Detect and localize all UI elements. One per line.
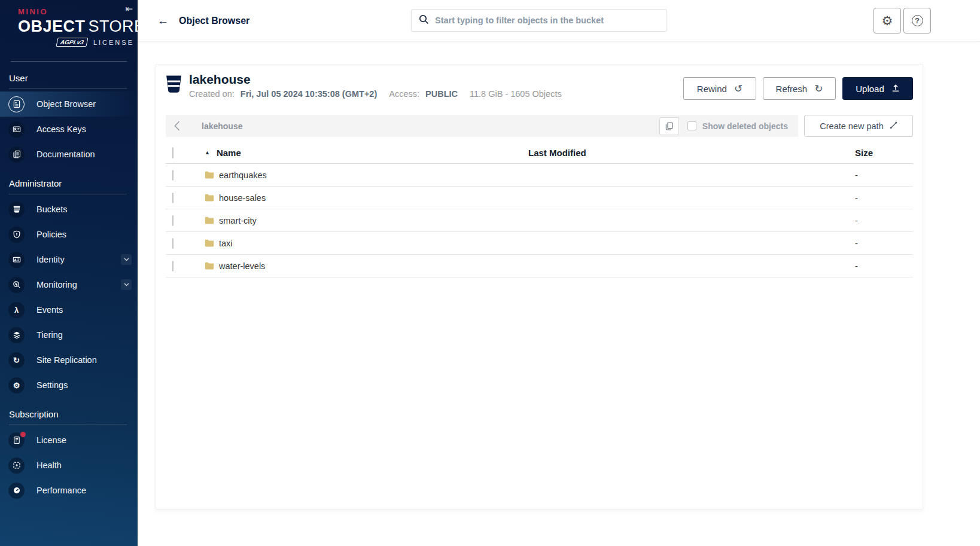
sort-asc-icon[interactable]: ▲ (205, 150, 210, 155)
object-name-cell[interactable]: taxi (197, 239, 528, 248)
documentation-icon (8, 147, 25, 163)
copy-path-button[interactable] (659, 117, 679, 135)
sidebar-item-policies[interactable]: Policies (0, 222, 138, 247)
gear-icon: ⚙ (882, 14, 893, 28)
sidebar-item-label: Access Keys (36, 124, 86, 134)
row-checkbox[interactable] (172, 238, 174, 249)
sidebar-item-object-browser[interactable]: Object Browser (0, 91, 138, 117)
minio-console: ⇤ MINIO OBJECTSTORE AGPLv3 LICENSE User (0, 0, 980, 546)
bucket-titles: lakehouse Created on: Fri, Jul 05 2024 1… (189, 72, 562, 99)
search-input[interactable] (435, 16, 659, 25)
object-name-cell[interactable]: smart-city (197, 216, 528, 225)
table-row[interactable]: earthquakes - (166, 164, 913, 187)
sidebar-item-monitoring[interactable]: Monitoring (0, 272, 138, 297)
sidebar-item-label: Object Browser (36, 99, 96, 109)
select-all-checkbox[interactable] (172, 147, 174, 158)
sidebar-item-label: Events (36, 305, 63, 315)
sidebar-item-identity[interactable]: Identity (0, 247, 138, 272)
table-row[interactable]: house-sales - (166, 187, 913, 209)
sidebar-item-tiering[interactable]: Tiering (0, 322, 138, 347)
sidebar-item-documentation[interactable]: Documentation (0, 142, 138, 167)
sidebar-item-health[interactable]: Health (0, 453, 138, 478)
replication-icon: ↻ (8, 352, 25, 368)
row-check-cell (166, 239, 197, 248)
product-name: OBJECTSTORE (18, 17, 138, 36)
rewind-label: Rewind (697, 84, 727, 94)
help-button[interactable]: ? (903, 8, 931, 33)
object-name-cell[interactable]: earthquakes (197, 170, 528, 180)
rewind-button[interactable]: Rewind ↺ (683, 77, 756, 100)
size-cell: - (854, 239, 913, 248)
table-row[interactable]: water-levels - (166, 255, 913, 277)
sidebar-item-buckets[interactable]: Buckets (0, 197, 138, 222)
row-check-cell (166, 193, 197, 203)
chevron-down-icon[interactable] (121, 254, 132, 265)
back-arrow-icon[interactable]: ← (157, 14, 169, 28)
object-name-cell[interactable]: house-sales (197, 193, 528, 203)
sidebar-item-license[interactable]: License (0, 428, 138, 453)
create-new-path-button[interactable]: Create new path (804, 115, 913, 137)
new-path-icon (890, 121, 897, 131)
section-administrator: Administrator (0, 167, 138, 194)
row-checkbox[interactable] (172, 193, 174, 203)
bucket-actions: Rewind ↺ Refresh ↻ Upload (683, 72, 913, 100)
table-row[interactable]: smart-city - (166, 209, 913, 232)
name-header-label: Name (217, 148, 241, 158)
current-path: lakehouse (202, 121, 242, 131)
object-name-cell[interactable]: water-levels (197, 261, 528, 271)
sidebar-item-performance[interactable]: Performance (0, 478, 138, 503)
folder-icon (205, 216, 214, 224)
chevron-down-icon[interactable] (121, 279, 132, 290)
divider (9, 425, 127, 425)
table-row[interactable]: taxi - (166, 232, 913, 255)
upload-icon (891, 84, 900, 94)
name-header[interactable]: ▲ Name (197, 148, 528, 158)
main-area: ← Object Browser ⚙ ? (138, 0, 980, 546)
sidebar-item-settings[interactable]: ⚙ Settings (0, 373, 138, 398)
sidebar-item-access-keys[interactable]: Access Keys (0, 117, 138, 142)
size-cell: - (854, 170, 913, 180)
sidebar-item-events[interactable]: λ Events (0, 297, 138, 322)
row-check-cell (166, 261, 197, 271)
gear-icon: ⚙ (8, 377, 25, 394)
show-deleted-checkbox[interactable] (687, 121, 696, 130)
access-value: PUBLIC (425, 89, 458, 99)
sidebar-item-label: Performance (36, 486, 86, 495)
bucket-header: lakehouse Created on: Fri, Jul 05 2024 1… (166, 65, 913, 106)
lambda-icon: λ (8, 302, 25, 318)
sidebar-item-site-replication[interactable]: ↻ Site Replication (0, 347, 138, 373)
bucket-meta: Created on: Fri, Jul 05 2024 10:35:08 (G… (189, 89, 562, 99)
page-title-label: Object Browser (179, 16, 249, 26)
row-checkbox[interactable] (172, 215, 174, 226)
divider (9, 89, 127, 89)
row-checkbox[interactable] (172, 261, 174, 272)
settings-button[interactable]: ⚙ (874, 8, 901, 33)
collapse-sidebar-icon[interactable]: ⇤ (125, 4, 133, 14)
upload-button[interactable]: Upload (842, 77, 913, 100)
size-header[interactable]: Size (854, 148, 913, 158)
section-subscription: Subscription (0, 398, 138, 425)
modified-header[interactable]: Last Modified (528, 148, 854, 158)
size-cell: - (854, 216, 913, 225)
bucket-summary: 11.8 GiB - 1605 Objects (470, 89, 562, 99)
object-name: smart-city (219, 216, 257, 225)
created-value: Fri, Jul 05 2024 10:35:08 (GMT+2) (241, 89, 377, 99)
layers-icon (8, 327, 25, 343)
sidebar-item-label: Health (36, 460, 62, 470)
license-icon (8, 432, 25, 449)
path-back-chevron[interactable] (166, 115, 188, 137)
page-title[interactable]: ← Object Browser (157, 14, 249, 28)
bucket-icon (166, 75, 182, 96)
policies-icon (8, 227, 25, 243)
refresh-button[interactable]: Refresh ↻ (763, 77, 836, 100)
bucket-card: lakehouse Created on: Fri, Jul 05 2024 1… (156, 64, 923, 510)
monitoring-icon (8, 277, 25, 293)
path-bar-actions: Show deleted objects (659, 117, 798, 135)
object-name: house-sales (219, 193, 266, 203)
object-name: taxi (219, 239, 233, 248)
agpl-badge: AGPLv3 (56, 38, 88, 47)
objects-table: ▲ Name Last Modified Size earthquakes (166, 142, 913, 277)
show-deleted-toggle[interactable]: Show deleted objects (687, 121, 788, 131)
row-checkbox[interactable] (172, 170, 174, 181)
sidebar-item-label: Documentation (36, 150, 95, 159)
